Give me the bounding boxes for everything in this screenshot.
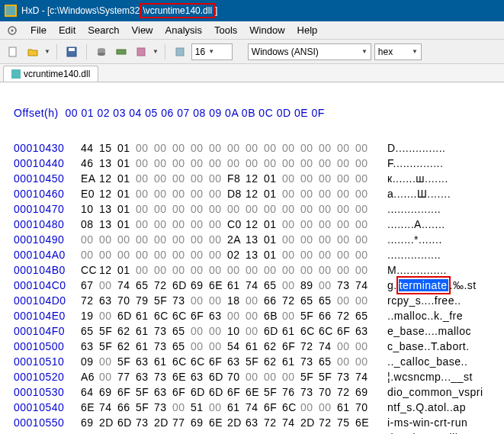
menu-analysis[interactable]: Analysis	[159, 24, 208, 36]
hex-bytes[interactable]: 64696F5F636F6D6D6F6E5F7673707269	[81, 384, 387, 400]
ascii-column[interactable]: ¦.wcsncmp...__st	[387, 369, 473, 384]
hex-bytes[interactable]: 19006D616C6C6F6300006B005F667265	[81, 308, 387, 323]
ascii-column[interactable]: time-l1-1-0.dll.	[387, 430, 461, 434]
offset-address: 00010450	[14, 171, 81, 186]
hex-row[interactable]: 0001043044150100000000000000000000000000…	[14, 140, 495, 156]
hex-row[interactable]: 000104E019006D616C6C6F6300006B005F667265…	[14, 308, 495, 323]
menu-edit[interactable]: Edit	[53, 24, 82, 36]
hex-bytes[interactable]: 692D6D732D77696E2D6372742D72756E	[81, 415, 387, 430]
highlight-box: terminate	[396, 276, 451, 294]
hex-row[interactable]: 0001049000000000000000002A13010000000000…	[14, 232, 495, 247]
hex-row[interactable]: 0001056074696D652D6C312D312D302E646C6C00…	[14, 430, 495, 434]
hex-bytes[interactable]: 10130100000000000000000000000000	[81, 201, 387, 217]
hex-bytes[interactable]: 655F62617365000010006D616C6C6F63	[81, 323, 387, 339]
hex-bytes[interactable]: CC120100000000000000000000000000	[81, 262, 387, 278]
base-select[interactable]: hex▼	[374, 43, 422, 60]
hex-bytes[interactable]: A6007763736E636D700000005F5F7374	[81, 369, 387, 384]
hex-row[interactable]: 00010550692D6D732D77696E2D6372742D72756E…	[14, 415, 495, 430]
menu-tools[interactable]: Tools	[208, 24, 243, 36]
ascii-column[interactable]: ................	[387, 201, 441, 217]
hex-row[interactable]: 00010520A6007763736E636D700000005F5F7374…	[14, 369, 495, 384]
offset-address: 00010490	[14, 232, 81, 247]
offset-address: 000104A0	[14, 247, 81, 262]
menu-file[interactable]: File	[24, 24, 53, 36]
offset-address: 00010540	[14, 400, 81, 415]
ascii-column[interactable]: ........*.......	[387, 232, 442, 247]
ascii-column[interactable]: М...............	[387, 262, 447, 278]
disk-icon[interactable]	[93, 43, 110, 60]
ascii-column[interactable]: ................	[387, 247, 441, 262]
hex-bytes[interactable]: 6E74665F7300510061746F6C00006170	[81, 400, 387, 415]
offset-header: Offset(h) 00 01 02 03 04 05 06 07 08 09 …	[14, 105, 495, 121]
hex-bytes[interactable]: 00000000000000000213010000000000	[81, 247, 387, 262]
hex-editor-view[interactable]: Offset(h) 00 01 02 03 04 05 06 07 08 09 …	[0, 82, 504, 434]
offset-address: 00010550	[14, 415, 81, 430]
ascii-column[interactable]: D...............	[387, 140, 445, 156]
menu-view[interactable]: View	[126, 24, 159, 36]
hex-row[interactable]: 0001051009005F63616C6C6F635F626173650000…	[14, 354, 495, 369]
hex-bytes[interactable]: 00000000000000002A13010000000000	[81, 232, 387, 247]
system-menu-icon[interactable]	[6, 24, 18, 37]
ascii-column[interactable]: F...............	[387, 156, 443, 171]
ascii-column[interactable]: e_base....malloc	[387, 323, 471, 339]
hex-row[interactable]: 000104D0726370795F7300001800667265650000…	[14, 293, 495, 308]
offset-address: 00010470	[14, 201, 81, 217]
chevron-down-icon: ▼	[361, 48, 368, 55]
ascii-column[interactable]: а.......Ш.......	[387, 186, 451, 201]
ascii-column[interactable]: rcpy_s....free..	[387, 293, 461, 308]
bytes-per-row-select[interactable]: 16▼	[191, 43, 233, 60]
hex-bytes[interactable]: EA12010000000000F812010000000000	[81, 171, 387, 186]
hex-row[interactable]: 00010450EA12010000000000F812010000000000…	[14, 171, 495, 186]
hex-bytes[interactable]: E012010000000000D812010000000000	[81, 186, 387, 201]
offset-address: 00010560	[14, 430, 81, 434]
hex-bytes[interactable]: 44150100000000000000000000000000	[81, 140, 387, 156]
ascii-column[interactable]: к.......ш.......	[387, 171, 448, 186]
menu-window[interactable]: Window	[243, 24, 291, 36]
hex-row[interactable]: 00010460E012010000000000D812010000000000…	[14, 186, 495, 201]
hex-bytes[interactable]: 46130100000000000000000000000000	[81, 156, 387, 171]
hex-row[interactable]: 000104C067007465726D696E6174650089007374…	[14, 278, 495, 293]
offset-address: 000104C0	[14, 278, 81, 293]
toolbar-dropdown-icon[interactable]: ▼	[152, 48, 159, 55]
offset-address: 00010510	[14, 354, 81, 369]
hex-row[interactable]: 000104F0655F62617365000010006D616C6C6F63…	[14, 323, 495, 339]
settings-icon[interactable]	[172, 43, 188, 60]
offset-address: 00010500	[14, 339, 81, 354]
hex-row[interactable]: 000104800813010000000000C012010000000000…	[14, 217, 495, 232]
open-button[interactable]	[24, 43, 41, 60]
hex-bytes[interactable]: 67007465726D696E6174650089007374	[81, 278, 387, 293]
svg-point-7	[98, 53, 105, 56]
ascii-column[interactable]: i-ms-win-crt-run	[387, 415, 467, 430]
ram-icon[interactable]	[113, 43, 130, 60]
hex-row[interactable]: 0001053064696F5F636F6D6D6F6E5F7673707269…	[14, 384, 495, 400]
hex-row[interactable]: 000104A000000000000000000213010000000000…	[14, 247, 495, 262]
document-tab[interactable]: vcruntime140.dll	[3, 66, 98, 82]
menu-help[interactable]: Help	[291, 24, 324, 36]
svg-rect-9	[137, 48, 145, 56]
menu-search[interactable]: Search	[82, 24, 125, 36]
hex-bytes[interactable]: 0813010000000000C012010000000000	[81, 217, 387, 232]
ascii-column[interactable]: ..malloc..k._fre	[387, 308, 463, 323]
ascii-column[interactable]: c_base..T.abort.	[387, 339, 470, 354]
ascii-column[interactable]: ntf_s.Q.atol..ap	[387, 400, 466, 415]
hex-bytes[interactable]: 09005F63616C6C6F635F626173650000	[81, 354, 387, 369]
hex-row[interactable]: 0001047010130100000000000000000000000000…	[14, 201, 495, 217]
ascii-column[interactable]: g.terminate.‰.st	[387, 278, 477, 293]
chevron-down-icon: ▼	[412, 48, 418, 55]
hex-bytes[interactable]: 726370795F7300001800667265650000	[81, 293, 387, 308]
tab-label: vcruntime140.dll	[24, 69, 90, 79]
hex-row[interactable]: 000105406E74665F7300510061746F6C00006170…	[14, 400, 495, 415]
ascii-column[interactable]: .._calloc_base..	[387, 354, 467, 369]
hex-bytes[interactable]: 635F6261736500005461626F72740000	[81, 339, 387, 354]
hex-row[interactable]: 00010500635F6261736500005461626F72740000…	[14, 339, 495, 354]
hex-bytes[interactable]: 74696D652D6C312D312D302E646C6C00	[81, 430, 387, 434]
process-icon[interactable]	[133, 43, 149, 60]
save-button[interactable]	[63, 43, 80, 60]
ascii-column[interactable]: dio_common_vspri	[387, 384, 483, 400]
new-button[interactable]	[5, 43, 21, 60]
encoding-select[interactable]: Windows (ANSI)▼	[248, 43, 371, 60]
ascii-column[interactable]: ........А.......	[387, 217, 445, 232]
open-dropdown-icon[interactable]: ▼	[44, 48, 50, 55]
hex-row[interactable]: 0001044046130100000000000000000000000000…	[14, 156, 495, 171]
hex-row[interactable]: 000104B0CC120100000000000000000000000000…	[14, 262, 495, 278]
